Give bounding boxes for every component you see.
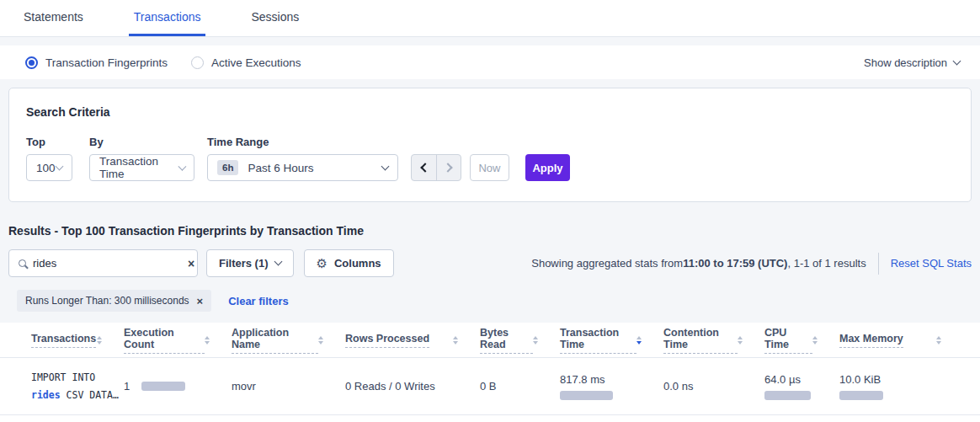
column-label: Rows Processed	[345, 333, 429, 348]
cell-transaction-fingerprint: IMPORT INTO rides CSV DATA…	[31, 369, 124, 403]
tab-statements[interactable]: Statements	[19, 0, 88, 36]
column-header-rows-processed[interactable]: Rows Processed	[345, 333, 480, 348]
radio-unselected-icon	[191, 56, 204, 69]
bytes-read-value: 0 B	[480, 380, 497, 393]
tab-sessions[interactable]: Sessions	[246, 0, 304, 36]
time-range-value: Past 6 Hours	[248, 162, 313, 174]
radio-active-executions[interactable]: Active Executions	[191, 56, 301, 69]
chevron-left-icon	[420, 163, 429, 172]
column-label: CPU Time	[764, 327, 812, 354]
sort-icon[interactable]	[533, 336, 538, 345]
rows-processed-value: 0 Reads / 0 Writes	[345, 380, 435, 393]
execution-count-value: 1	[124, 380, 130, 393]
apply-button[interactable]: Apply	[525, 154, 570, 181]
sort-icon[interactable]	[812, 336, 818, 345]
sort-icon[interactable]	[738, 336, 743, 345]
gear-icon: ⚙	[317, 257, 328, 270]
column-label: Contention Time	[663, 327, 738, 354]
top-label: Top	[26, 136, 89, 148]
transaction-time-value: 817.8 ms	[560, 373, 642, 386]
column-label: Execution Count	[124, 327, 205, 354]
execution-count-bar	[141, 382, 185, 391]
top-select-value: 100	[36, 162, 56, 174]
column-header-cpu-time[interactable]: CPU Time	[764, 327, 839, 354]
search-box: ×	[8, 249, 198, 277]
top-select[interactable]: 100	[26, 154, 72, 181]
contention-time-value: 0.0 ns	[663, 380, 693, 393]
time-range-select[interactable]: 6h Past 6 Hours	[207, 154, 398, 181]
max-memory-bar	[839, 391, 883, 400]
search-criteria-card: Search Criteria Top 100 By Transaction T…	[8, 88, 972, 202]
column-label: Application Name	[232, 327, 318, 354]
by-select[interactable]: Transaction Time	[89, 154, 194, 181]
results-heading: Results - Top 100 Transaction Fingerprin…	[8, 224, 972, 238]
transaction-link[interactable]: rides	[31, 389, 61, 401]
column-label: Transaction Time	[560, 327, 636, 354]
filter-chip: Runs Longer Than: 300 milliseconds ×	[17, 290, 211, 312]
page-tabs: Statements Transactions Sessions	[0, 0, 980, 37]
show-description-toggle[interactable]: Show description	[864, 56, 960, 69]
view-toggle-bar: Transaction Fingerprints Active Executio…	[0, 45, 980, 79]
stats-suffix: , 1-1 of 1 results	[787, 257, 865, 270]
table-header-row: Transactions Execution Count Application…	[0, 323, 980, 358]
next-time-window-button[interactable]	[436, 155, 461, 180]
chevron-down-icon	[953, 56, 961, 65]
column-header-transaction-time[interactable]: Transaction Time	[560, 327, 663, 354]
column-header-execution-count[interactable]: Execution Count	[124, 327, 232, 354]
radio-transaction-fingerprints[interactable]: Transaction Fingerprints	[25, 56, 168, 69]
column-header-application-name[interactable]: Application Name	[232, 327, 345, 354]
clear-search-icon[interactable]: ×	[188, 258, 194, 270]
now-button[interactable]: Now	[470, 154, 509, 181]
columns-button[interactable]: ⚙ Columns	[304, 249, 394, 277]
filters-button-label: Filters (1)	[219, 257, 269, 270]
table-row: IMPORT INTO rides CSV DATA… 1 movr 0 Rea…	[0, 358, 980, 415]
remove-filter-icon[interactable]: ×	[197, 296, 204, 307]
column-header-bytes-read[interactable]: Bytes Read	[480, 327, 560, 354]
transaction-sql-line2: rides CSV DATA…	[31, 387, 102, 404]
stats-prefix: Showing aggregated stats from	[531, 257, 683, 270]
search-input[interactable]	[33, 257, 181, 270]
time-range-badge: 6h	[217, 160, 238, 175]
column-label: Transactions	[31, 333, 96, 348]
cell-bytes-read: 0 B	[480, 380, 560, 393]
cell-transaction-time: 817.8 ms	[560, 373, 663, 400]
transactions-table: Transactions Execution Count Application…	[0, 323, 980, 422]
application-name-value: movr	[232, 380, 256, 393]
by-select-value: Transaction Time	[99, 155, 179, 180]
filters-button[interactable]: Filters (1)	[206, 249, 294, 277]
column-header-contention-time[interactable]: Contention Time	[663, 327, 764, 354]
cell-contention-time: 0.0 ns	[663, 380, 764, 393]
stats-time-range: 11:00 to 17:59 (UTC)	[683, 257, 787, 270]
search-icon	[19, 259, 26, 267]
previous-time-window-button[interactable]	[412, 155, 436, 180]
cell-application-name: movr	[232, 380, 345, 393]
sort-icon[interactable]	[205, 336, 210, 345]
filter-chip-label: Runs Longer Than: 300 milliseconds	[25, 295, 189, 307]
chevron-down-icon	[274, 258, 282, 266]
cpu-time-value: 64.0 µs	[764, 373, 818, 386]
columns-button-label: Columns	[334, 257, 381, 270]
radio-label: Transaction Fingerprints	[45, 56, 168, 69]
column-header-max-memory[interactable]: Max Memory	[839, 333, 963, 348]
reset-sql-stats-link[interactable]: Reset SQL Stats	[891, 257, 972, 270]
tab-transactions[interactable]: Transactions	[129, 0, 206, 36]
column-header-transactions[interactable]: Transactions	[31, 333, 124, 348]
transaction-sql-rest: CSV DATA…	[61, 389, 119, 401]
sort-icon[interactable]	[318, 336, 323, 345]
cell-execution-count: 1	[124, 380, 232, 393]
vertical-divider	[878, 253, 879, 275]
chevron-right-icon	[443, 163, 452, 172]
cell-rows-processed: 0 Reads / 0 Writes	[345, 380, 480, 393]
cell-max-memory: 10.0 KiB	[839, 373, 963, 400]
sort-icon[interactable]	[636, 336, 642, 345]
aggregated-stats-text: Showing aggregated stats from 11:00 to 1…	[531, 257, 865, 270]
clear-filters-link[interactable]: Clear filters	[228, 295, 289, 307]
show-description-label: Show description	[864, 56, 947, 69]
sort-icon[interactable]	[936, 336, 941, 345]
transaction-time-bar	[560, 391, 613, 400]
column-label: Bytes Read	[480, 327, 533, 354]
active-filters-row: Runs Longer Than: 300 milliseconds × Cle…	[17, 290, 972, 312]
sort-icon[interactable]	[453, 336, 458, 345]
sort-icon[interactable]	[97, 336, 102, 345]
results-toolbar: × Filters (1) ⚙ Columns Showing aggregat…	[8, 249, 972, 277]
